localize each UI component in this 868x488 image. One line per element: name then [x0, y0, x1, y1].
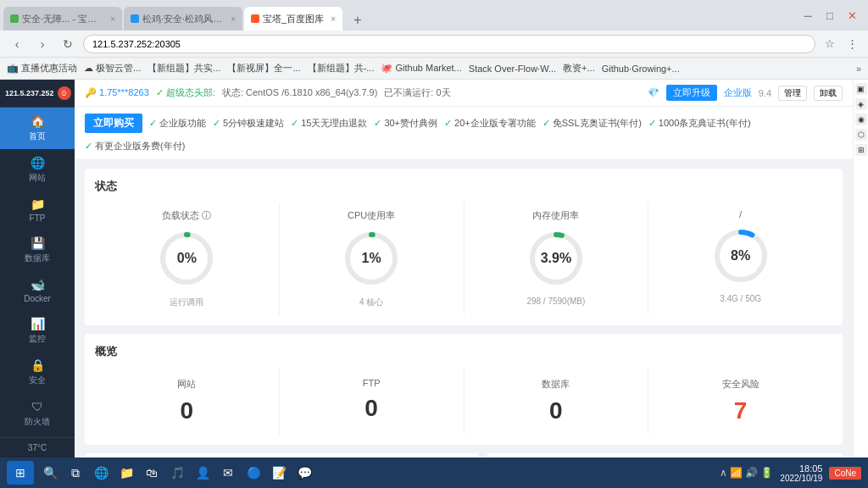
taskbar-wifi[interactable]: 📶: [730, 467, 743, 479]
taskbar-sound[interactable]: 🔊: [745, 467, 758, 479]
topbar-uninstall[interactable]: 卸载: [814, 86, 843, 101]
disk-detail: 3.4G / 50G: [720, 294, 761, 303]
forward-button[interactable]: ›: [32, 34, 53, 54]
bookmark-3[interactable]: 【新组题】共实...: [147, 62, 220, 75]
back-button[interactable]: ‹: [7, 34, 27, 54]
feature-refund: ✓ 15天无理由退款: [291, 117, 367, 130]
topbar-running: 已不满运行: 0天: [384, 86, 450, 99]
bookmarks-bar: 📺 直播优惠活动 ☁ 极智云管... 【新组题】共实... 【新视屏】全一...…: [0, 58, 868, 80]
bookmark-6[interactable]: 🐙 Github Market...: [381, 63, 461, 74]
sidebar-item-home[interactable]: 🏠 首页: [0, 108, 75, 149]
topbar-user: 🔑 1.75***8263: [85, 87, 149, 98]
taskbar-icon-search[interactable]: 🔍: [39, 462, 61, 484]
server-badge: 0: [58, 86, 71, 100]
overview-label-ftp: FTP: [363, 378, 381, 388]
bookmark-2[interactable]: ☁ 极智云管...: [84, 62, 141, 75]
taskbar-icon-taskview[interactable]: ⧉: [64, 462, 86, 484]
address-bar-row: ‹ › ↻ ☆ ⋮: [0, 30, 868, 58]
bookmark-1[interactable]: 📺 直播优惠活动: [7, 62, 77, 75]
cpu-detail: 4 核心: [359, 297, 383, 308]
status-grid: 负载状态 ⓘ 0% 运行调用 CP: [95, 202, 832, 315]
bookmark-7[interactable]: Stack Over-Flow·W...: [469, 64, 556, 74]
taskbar-corner[interactable]: CoNe: [829, 467, 861, 480]
upgrade-button[interactable]: 立即升级: [666, 85, 717, 101]
tab-2[interactable]: 松鸡·安全·松鸡风格·共享·... ×: [124, 7, 242, 30]
tab-1[interactable]: 安全·无障... - 宝塔面板 ×: [3, 7, 122, 30]
tab-3[interactable]: 宝塔_百度图库 ×: [244, 7, 342, 30]
sidebar-item-database[interactable]: 💾 数据库: [0, 230, 75, 271]
overview-item-website: 网站 0: [95, 368, 280, 435]
right-panel-icon-1[interactable]: ▣: [855, 83, 867, 95]
sidebar: 121.5.237.252 0 🏠 首页 🌐 网站 📁 FTP 💾 数据库: [0, 80, 75, 458]
tab-3-close[interactable]: ×: [327, 14, 336, 24]
tab-2-close[interactable]: ×: [227, 14, 236, 24]
start-button[interactable]: ⊞: [7, 461, 34, 485]
sidebar-bottom: 37°C: [0, 437, 75, 458]
tab-2-favicon: [131, 14, 139, 23]
taskbar-icon-vscode[interactable]: 📝: [268, 462, 290, 484]
taskbar-battery[interactable]: 🔋: [760, 467, 773, 479]
bookmarks-more[interactable]: »: [856, 64, 861, 74]
feature-bar: 立即购买 ✓ 企业版功能 ✓ 5分钟极速建站 ✓ 15天无理由退款 ✓ 30+赞…: [75, 107, 853, 160]
page-content: 🔑 1.75***8263 ✓ 超级态头部: 状态: CentOS /6.181…: [75, 80, 853, 458]
right-panel-icon-5[interactable]: ⊞: [855, 144, 867, 156]
sidebar-item-firewall[interactable]: 🛡 防火墙: [0, 393, 75, 435]
status-circle-cpu: 1%: [342, 229, 401, 288]
bookmark-4[interactable]: 【新视屏】全一...: [227, 62, 300, 75]
taskbar-icon-mail[interactable]: ✉: [217, 462, 239, 484]
website-icon: 🌐: [31, 156, 45, 169]
sidebar-item-docker[interactable]: 🐋 Docker: [0, 271, 75, 310]
star-button[interactable]: ☆: [821, 35, 839, 53]
install-button[interactable]: 立即购买: [85, 114, 142, 133]
taskbar-icon-chat[interactable]: 💬: [293, 462, 315, 484]
sidebar-item-security[interactable]: 🔒 安全: [0, 352, 75, 393]
main-area: 121.5.237.252 0 🏠 首页 🌐 网站 📁 FTP 💾 数据库: [0, 80, 868, 458]
taskbar-icon-edge[interactable]: 🌐: [90, 462, 112, 484]
maximize-button[interactable]: □: [821, 6, 839, 25]
overview-item-risk: 安全风险 7: [648, 368, 832, 435]
content-body: 状态 负载状态 ⓘ 0% 运行调用: [75, 160, 853, 458]
right-panel-icon-2[interactable]: ◈: [855, 98, 867, 110]
disk-percent: 8%: [731, 248, 750, 263]
taskbar-icon-person[interactable]: 👤: [192, 462, 214, 484]
browser-actions: ☆ ⋮: [821, 35, 861, 53]
bookmark-8[interactable]: 教资+...: [563, 62, 595, 75]
sidebar-item-monitor[interactable]: 📊 监控: [0, 310, 75, 352]
taskbar: ⊞ 🔍 ⧉ 🌐 📁 🛍 🎵 👤 ✉ 🔵 📝 💬 ∧ 📶 🔊 🔋 18:05 20…: [0, 458, 868, 488]
new-tab-button[interactable]: +: [348, 10, 368, 30]
close-button[interactable]: ✕: [843, 6, 861, 25]
sidebar-temp: 37°C: [5, 443, 70, 452]
status-label-cpu: CPU使用率: [348, 209, 395, 222]
address-input[interactable]: [83, 35, 815, 53]
firewall-icon: 🛡: [31, 400, 43, 413]
right-panel-icon-4[interactable]: ⬡: [855, 129, 867, 141]
minimize-button[interactable]: ─: [798, 6, 817, 25]
sidebar-item-ftp[interactable]: 📁 FTP: [0, 191, 75, 230]
sidebar-label-security: 安全: [29, 374, 46, 386]
feature-speed: ✓ 5分钟极速建站: [213, 117, 284, 130]
topbar-verified: ✓ 超级态头部:: [156, 86, 215, 99]
overview-label-risk: 安全风险: [722, 378, 760, 391]
security-icon: 🔒: [31, 358, 45, 372]
docker-icon: 🐋: [31, 278, 45, 291]
taskbar-icon-store[interactable]: 🛍: [141, 462, 163, 484]
taskbar-icon-files[interactable]: 📁: [115, 462, 137, 484]
taskbar-sys-icons: ∧ 📶 🔊 🔋: [720, 467, 773, 479]
topbar-manage[interactable]: 管理: [778, 86, 807, 101]
taskbar-icon-chrome[interactable]: 🔵: [242, 462, 264, 484]
taskbar-icons: 🔍 ⧉ 🌐 📁 🛍 🎵 👤 ✉ 🔵 📝 💬: [39, 462, 315, 484]
taskbar-arrow-up[interactable]: ∧: [720, 467, 727, 479]
refresh-button[interactable]: ↻: [58, 34, 78, 54]
taskbar-time-main: 18:05: [780, 463, 822, 474]
bookmark-5[interactable]: 【新组题】共-...: [308, 62, 375, 75]
bookmark-9[interactable]: Github·Growing+...: [602, 64, 680, 74]
overview-item-db: 数据库 0: [465, 368, 649, 435]
right-panel-icon-3[interactable]: ◉: [855, 114, 867, 125]
overview-label-db: 数据库: [542, 378, 570, 391]
sidebar-item-website[interactable]: 🌐 网站: [0, 149, 75, 191]
menu-button[interactable]: ⋮: [843, 35, 861, 53]
status-item-load: 负载状态 ⓘ 0% 运行调用: [95, 202, 280, 315]
taskbar-icon-music[interactable]: 🎵: [166, 462, 188, 484]
tab-1-close[interactable]: ×: [107, 14, 115, 24]
status-label-mem: 内存使用率: [532, 209, 579, 222]
